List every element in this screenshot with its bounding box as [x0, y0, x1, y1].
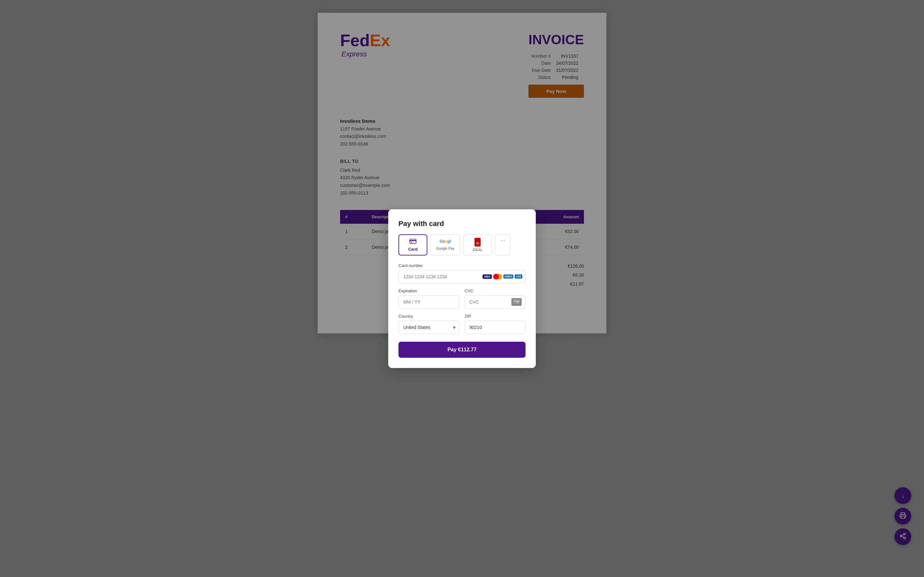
card-number-label: Card number	[399, 263, 525, 268]
cvc-label: CVC	[465, 288, 525, 293]
country-select[interactable]: United States United Kingdom Germany Fra…	[399, 321, 459, 334]
svg-rect-1	[410, 240, 416, 241]
amex-icon: AMEX	[503, 274, 513, 279]
card-tab-icon	[409, 238, 417, 245]
expiration-input[interactable]	[399, 295, 459, 309]
tab-more[interactable]: ···	[495, 234, 510, 255]
tab-googlepay-label: Google Pay	[436, 247, 454, 250]
ideal-tab-icon: iD	[475, 238, 481, 247]
svg-rect-0	[410, 239, 416, 243]
tab-googlepay[interactable]: Google Google Pay	[431, 234, 460, 255]
country-group: Country United States United Kingdom Ger…	[399, 314, 459, 334]
payment-modal: Pay with card Card	[388, 210, 536, 368]
pay-button[interactable]: Pay €112.77	[399, 342, 525, 358]
country-label: Country	[399, 314, 459, 319]
tab-card-label: Card	[408, 247, 418, 251]
svg-text:131: 131	[517, 301, 520, 303]
country-zip-row: Country United States United Kingdom Ger…	[399, 314, 525, 339]
cvc-card-icon: 131	[511, 298, 522, 306]
card-icons: VISA AMEX JCB	[483, 274, 522, 279]
zip-label: ZIP	[465, 314, 525, 319]
cvc-group: CVC 131	[465, 288, 525, 309]
modal-overlay: Pay with card Card	[0, 0, 924, 577]
svg-rect-2	[411, 242, 412, 243]
expiration-label: Expiration	[399, 288, 459, 293]
card-number-wrapper: VISA AMEX JCB	[399, 270, 525, 284]
modal-title: Pay with card	[399, 219, 525, 228]
expiration-group: Expiration	[399, 288, 459, 309]
tab-card[interactable]: Card	[399, 234, 427, 255]
exp-cvc-row: Expiration CVC 131	[399, 288, 525, 314]
googlepay-tab-icon: Google	[439, 238, 451, 245]
tab-ideal-label: iDEAL	[473, 248, 483, 251]
zip-group: ZIP	[465, 314, 525, 334]
more-icon: ···	[501, 238, 505, 243]
svg-text:Google: Google	[439, 239, 451, 243]
country-select-wrapper: United States United Kingdom Germany Fra…	[399, 321, 459, 334]
cvc-wrapper: 131	[465, 295, 525, 309]
zip-input[interactable]	[465, 321, 525, 334]
jcb-icon: JCB	[515, 274, 522, 279]
card-number-group: Card number VISA AMEX JCB	[399, 263, 525, 284]
tab-ideal[interactable]: iD iDEAL	[463, 234, 492, 255]
payment-tabs: Card Google Google Pay iD	[399, 234, 525, 255]
mastercard-icon	[493, 274, 502, 279]
visa-icon: VISA	[483, 274, 492, 279]
